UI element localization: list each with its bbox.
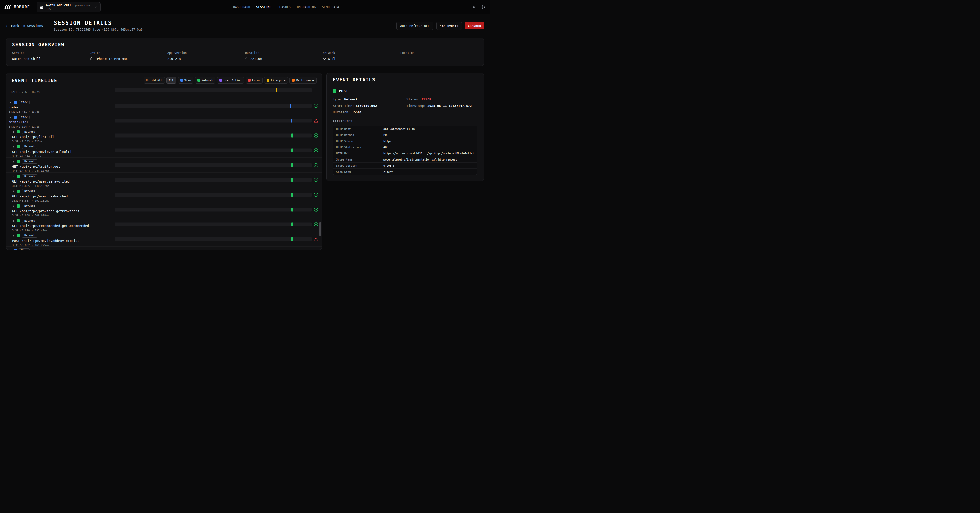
timeline-event-row[interactable]: NetworkPOST /api/trpc/movie.addMovieToLi…: [6, 232, 321, 247]
chevron-right-icon[interactable]: [12, 145, 15, 148]
attribute-key: HTTP Url: [336, 151, 383, 155]
timeline-event-row[interactable]: 3:21:16.766 • 16.7s: [6, 90, 321, 99]
attribute-key: Span Kind: [336, 170, 383, 174]
filter-user-action[interactable]: User Action: [217, 77, 244, 84]
event-type-badge: View: [19, 249, 30, 250]
event-time: 3:39:28.481 • 13.6s: [9, 110, 321, 113]
attribute-row: HTTP MethodPOST: [333, 132, 477, 138]
event-color-square: [14, 116, 17, 119]
event-type-badge: Network: [22, 174, 37, 178]
chevron-right-icon[interactable]: [12, 160, 15, 163]
overview-field-value: wifi: [323, 57, 400, 61]
event-time: 3:39:43.888 • 309.918ms: [12, 214, 321, 217]
event-time: 3:39:42.144 • 1.7s: [12, 155, 321, 158]
event-color-square: [17, 131, 20, 134]
timeline-event-row[interactable]: NetworkGET /api/trpc/trailer.get3:39:43.…: [6, 158, 321, 172]
top-nav: DASHBOARDSESSIONSCRASHESONBOARDINGSEND D…: [233, 5, 339, 9]
overview-title: SESSION OVERVIEW: [12, 42, 478, 47]
timeline-event-row[interactable]: NetworkGET /api/trpc/list.all3:39:42.143…: [6, 128, 321, 143]
gear-icon[interactable]: [472, 5, 476, 10]
nav-item-send-data[interactable]: SEND DATA: [322, 5, 339, 9]
back-label: Back to Sessions: [11, 24, 43, 28]
nav-item-onboarding[interactable]: ONBOARDING: [297, 5, 316, 9]
event-color-square: [14, 249, 17, 250]
timeline-scrollbar[interactable]: [319, 222, 321, 236]
overview-field: App Version2.0.2.3: [167, 51, 245, 61]
event-duration-track: [115, 88, 312, 92]
event-status-value: ERROR: [422, 97, 431, 101]
overview-field-label: Device: [90, 51, 167, 55]
event-duration-track: [115, 222, 312, 226]
chevron-right-icon[interactable]: [12, 234, 15, 237]
filter-network[interactable]: Network: [195, 77, 215, 84]
overview-field-value: 2.0.2.3: [167, 57, 245, 61]
event-duration-track: [115, 178, 312, 182]
auto-refresh-button[interactable]: Auto Refresh OFF: [396, 22, 433, 30]
chevron-right-icon[interactable]: [9, 101, 12, 104]
attribute-row: Scope Name@opentelemetry/instrumentation…: [333, 156, 477, 163]
filter-all[interactable]: All: [166, 77, 176, 84]
unfold-all-button[interactable]: Unfold All: [143, 77, 165, 84]
attribute-row: HTTP Schemehttps: [333, 138, 477, 144]
chevron-down-icon[interactable]: [9, 116, 12, 119]
overview-field: DeviceiPhone 12 Pro Max: [90, 51, 167, 61]
event-type-badge: Network: [22, 219, 37, 223]
overview-fields: ServiceWatch and ChillDeviceiPhone 12 Pr…: [12, 51, 478, 61]
timeline-event-row[interactable]: Viewmedia/[id]3:39:42.124 • 12.1s: [6, 113, 321, 128]
filter-error[interactable]: Error: [245, 77, 263, 84]
overview-field-label: Service: [12, 51, 90, 55]
timeline-event-row[interactable]: NetworkGET /api/trpc/user.hasWatched3:39…: [6, 187, 321, 202]
nav-item-crashes[interactable]: CRASHES: [277, 5, 291, 9]
event-duration-track: [115, 119, 312, 123]
back-arrow-icon: ←: [6, 23, 9, 28]
event-duration-track: [115, 134, 312, 137]
event-type-badge: Network: [22, 159, 37, 164]
timeline-event-row[interactable]: Viewindex3:39:28.481 • 13.6s: [6, 99, 321, 113]
event-start-time: Start Time:3:39:50.092: [333, 104, 406, 108]
filter-lifecycle[interactable]: Lifecycle: [264, 77, 288, 84]
event-type-badge: Network: [22, 204, 37, 208]
filter-color-square: [220, 79, 222, 81]
page-header: ← Back to Sessions SESSION DETAILS Sessi…: [0, 14, 490, 38]
event-color-square: [333, 89, 336, 93]
timeline-event-row[interactable]: NetworkGET /api/trpc/recommended.getReco…: [6, 217, 321, 232]
event-time: 3:39:50.092 • 161.275ms: [12, 244, 321, 247]
attribute-row: Span Kindclient: [333, 169, 477, 175]
chevron-down-icon: [94, 5, 97, 9]
timeline-rows: 3:21:16.766 • 16.7sViewindex3:39:28.481 …: [6, 88, 321, 250]
chevron-right-icon[interactable]: [12, 175, 15, 178]
event-info: Type:Network Status:ERROR Start Time:3:3…: [333, 97, 477, 114]
event-status: Status:ERROR: [406, 97, 477, 101]
top-bar: MOBORE WATCH AND CHILL production IOS DA…: [0, 0, 490, 14]
filter-color-square: [248, 79, 251, 81]
nav-item-sessions[interactable]: SESSIONS: [256, 5, 271, 9]
attribute-row: HTTP Hostapi.watchandchill.in: [333, 126, 477, 132]
event-time: 3:39:43.885 • 140.427ms: [12, 184, 321, 187]
overview-field: Networkwifi: [323, 51, 400, 61]
nav-item-dashboard[interactable]: DASHBOARD: [233, 5, 250, 9]
timeline-event-row[interactable]: NetworkGET /api/trpc/user.isFavorited3:3…: [6, 172, 321, 187]
selected-app-environment: production: [75, 4, 90, 7]
session-overview-panel: SESSION OVERVIEW ServiceWatch and ChillD…: [6, 38, 484, 66]
timeline-event-row[interactable]: NetworkGET /api/trpc/movie.detailMulti3:…: [6, 143, 321, 158]
chevron-right-icon[interactable]: [9, 249, 12, 250]
chevron-right-icon[interactable]: [12, 205, 15, 207]
logo-icon: [4, 4, 11, 10]
attributes-table: HTTP Hostapi.watchandchill.inHTTP Method…: [333, 126, 477, 175]
overview-field-label: Duration: [245, 51, 323, 55]
attribute-key: HTTP Status_code: [336, 145, 383, 149]
apple-icon: [40, 5, 44, 9]
chevron-right-icon[interactable]: [12, 190, 15, 193]
chevron-right-icon[interactable]: [12, 131, 15, 134]
back-to-sessions-link[interactable]: ← Back to Sessions: [6, 23, 43, 28]
timeline-event-row[interactable]: NetworkGET /api/trpc/provider.getProvide…: [6, 202, 321, 217]
logout-icon[interactable]: [481, 5, 486, 10]
filter-performance[interactable]: Performance: [290, 77, 317, 84]
timeline-event-row[interactable]: View: [6, 247, 321, 250]
attribute-value: @opentelemetry/instrumentation-xml-http-…: [383, 158, 474, 161]
session-id: Session ID: 789335d5-face-4199-867a-4d5e…: [54, 28, 143, 32]
app-selector[interactable]: WATCH AND CHILL production IOS: [37, 2, 101, 12]
filter-view[interactable]: View: [178, 77, 193, 84]
chevron-right-icon[interactable]: [12, 220, 15, 222]
attribute-key: HTTP Method: [336, 133, 383, 137]
